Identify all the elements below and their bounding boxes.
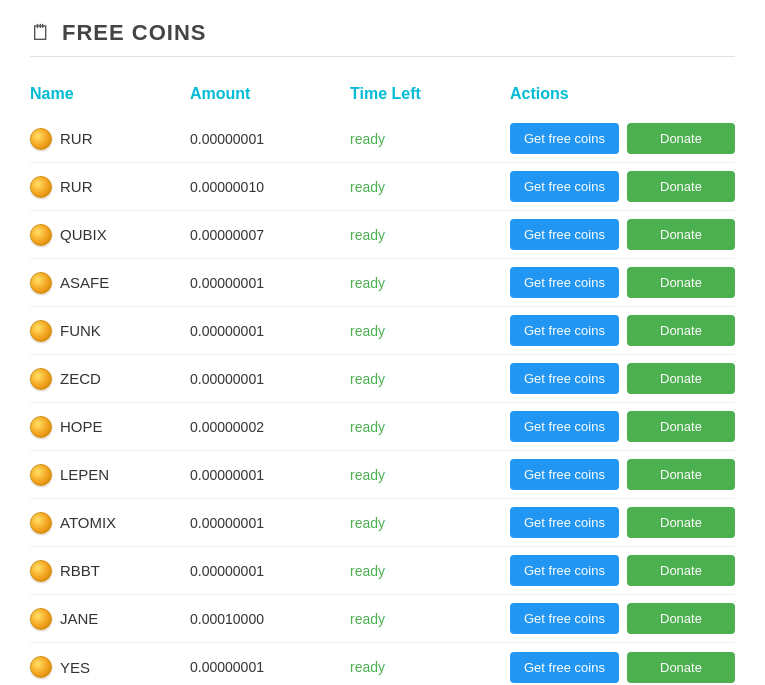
col-header-time-left: Time Left <box>350 85 510 103</box>
donate-button-3[interactable]: Donate <box>627 267 735 298</box>
actions-cell-0: Get free coins Donate <box>510 123 735 154</box>
time-cell-3: ready <box>350 275 510 291</box>
actions-cell-4: Get free coins Donate <box>510 315 735 346</box>
name-cell-3: ASAFE <box>30 272 190 294</box>
col-header-amount: Amount <box>190 85 350 103</box>
table-row: ZECD 0.00000001 ready Get free coins Don… <box>30 355 735 403</box>
donate-button-9[interactable]: Donate <box>627 555 735 586</box>
coin-icon-6 <box>30 416 52 438</box>
coin-name-6: HOPE <box>60 418 103 435</box>
coin-name-10: JANE <box>60 610 98 627</box>
table-row: RBBT 0.00000001 ready Get free coins Don… <box>30 547 735 595</box>
amount-cell-5: 0.00000001 <box>190 371 350 387</box>
coin-icon-3 <box>30 272 52 294</box>
actions-cell-1: Get free coins Donate <box>510 171 735 202</box>
get-free-coins-button-8[interactable]: Get free coins <box>510 507 619 538</box>
get-free-coins-button-11[interactable]: Get free coins <box>510 652 619 683</box>
coin-name-7: LEPEN <box>60 466 109 483</box>
table-row: JANE 0.00010000 ready Get free coins Don… <box>30 595 735 643</box>
table-row: ASAFE 0.00000001 ready Get free coins Do… <box>30 259 735 307</box>
amount-cell-10: 0.00010000 <box>190 611 350 627</box>
donate-button-7[interactable]: Donate <box>627 459 735 490</box>
time-cell-10: ready <box>350 611 510 627</box>
donate-button-0[interactable]: Donate <box>627 123 735 154</box>
amount-cell-3: 0.00000001 <box>190 275 350 291</box>
col-header-name: Name <box>30 85 190 103</box>
name-cell-0: RUR <box>30 128 190 150</box>
actions-cell-9: Get free coins Donate <box>510 555 735 586</box>
coin-icon-10 <box>30 608 52 630</box>
table-row: YES 0.00000001 ready Get free coins Dona… <box>30 643 735 685</box>
amount-cell-2: 0.00000007 <box>190 227 350 243</box>
donate-button-10[interactable]: Donate <box>627 603 735 634</box>
get-free-coins-button-10[interactable]: Get free coins <box>510 603 619 634</box>
col-header-actions: Actions <box>510 85 735 103</box>
actions-cell-7: Get free coins Donate <box>510 459 735 490</box>
donate-button-5[interactable]: Donate <box>627 363 735 394</box>
donate-button-4[interactable]: Donate <box>627 315 735 346</box>
name-cell-6: HOPE <box>30 416 190 438</box>
donate-button-2[interactable]: Donate <box>627 219 735 250</box>
amount-cell-1: 0.00000010 <box>190 179 350 195</box>
name-cell-4: FUNK <box>30 320 190 342</box>
get-free-coins-button-3[interactable]: Get free coins <box>510 267 619 298</box>
amount-cell-8: 0.00000001 <box>190 515 350 531</box>
name-cell-11: YES <box>30 656 190 678</box>
table-row: LEPEN 0.00000001 ready Get free coins Do… <box>30 451 735 499</box>
get-free-coins-button-9[interactable]: Get free coins <box>510 555 619 586</box>
coin-name-4: FUNK <box>60 322 101 339</box>
coin-name-11: YES <box>60 659 90 676</box>
time-cell-11: ready <box>350 659 510 675</box>
get-free-coins-button-4[interactable]: Get free coins <box>510 315 619 346</box>
table-header: Name Amount Time Left Actions <box>30 77 735 111</box>
actions-cell-5: Get free coins Donate <box>510 363 735 394</box>
coin-name-3: ASAFE <box>60 274 109 291</box>
time-cell-1: ready <box>350 179 510 195</box>
coin-name-8: ATOMIX <box>60 514 116 531</box>
actions-cell-3: Get free coins Donate <box>510 267 735 298</box>
table-row: HOPE 0.00000002 ready Get free coins Don… <box>30 403 735 451</box>
amount-cell-0: 0.00000001 <box>190 131 350 147</box>
time-cell-6: ready <box>350 419 510 435</box>
donate-button-11[interactable]: Donate <box>627 652 735 683</box>
actions-cell-11: Get free coins Donate <box>510 652 735 683</box>
time-cell-0: ready <box>350 131 510 147</box>
donate-button-1[interactable]: Donate <box>627 171 735 202</box>
get-free-coins-button-2[interactable]: Get free coins <box>510 219 619 250</box>
get-free-coins-button-6[interactable]: Get free coins <box>510 411 619 442</box>
actions-cell-2: Get free coins Donate <box>510 219 735 250</box>
name-cell-5: ZECD <box>30 368 190 390</box>
get-free-coins-button-7[interactable]: Get free coins <box>510 459 619 490</box>
coin-name-0: RUR <box>60 130 93 147</box>
table-row: FUNK 0.00000001 ready Get free coins Don… <box>30 307 735 355</box>
time-cell-4: ready <box>350 323 510 339</box>
donate-button-8[interactable]: Donate <box>627 507 735 538</box>
table-row: RUR 0.00000010 ready Get free coins Dona… <box>30 163 735 211</box>
page-header-icon: 🗒 <box>30 20 52 46</box>
coin-icon-1 <box>30 176 52 198</box>
amount-cell-4: 0.00000001 <box>190 323 350 339</box>
coin-name-1: RUR <box>60 178 93 195</box>
free-coins-table: Name Amount Time Left Actions RUR 0.0000… <box>30 77 735 685</box>
table-body: RUR 0.00000001 ready Get free coins Dona… <box>30 115 735 685</box>
coin-name-2: QUBIX <box>60 226 107 243</box>
time-cell-9: ready <box>350 563 510 579</box>
amount-cell-7: 0.00000001 <box>190 467 350 483</box>
actions-cell-10: Get free coins Donate <box>510 603 735 634</box>
table-row: RUR 0.00000001 ready Get free coins Dona… <box>30 115 735 163</box>
page-header: 🗒 FREE COINS <box>30 20 735 57</box>
coin-icon-2 <box>30 224 52 246</box>
coin-icon-7 <box>30 464 52 486</box>
page-title: FREE COINS <box>62 20 206 46</box>
actions-cell-6: Get free coins Donate <box>510 411 735 442</box>
coin-icon-8 <box>30 512 52 534</box>
coin-icon-4 <box>30 320 52 342</box>
coin-icon-9 <box>30 560 52 582</box>
get-free-coins-button-1[interactable]: Get free coins <box>510 171 619 202</box>
get-free-coins-button-5[interactable]: Get free coins <box>510 363 619 394</box>
name-cell-8: ATOMIX <box>30 512 190 534</box>
get-free-coins-button-0[interactable]: Get free coins <box>510 123 619 154</box>
time-cell-5: ready <box>350 371 510 387</box>
donate-button-6[interactable]: Donate <box>627 411 735 442</box>
time-cell-7: ready <box>350 467 510 483</box>
